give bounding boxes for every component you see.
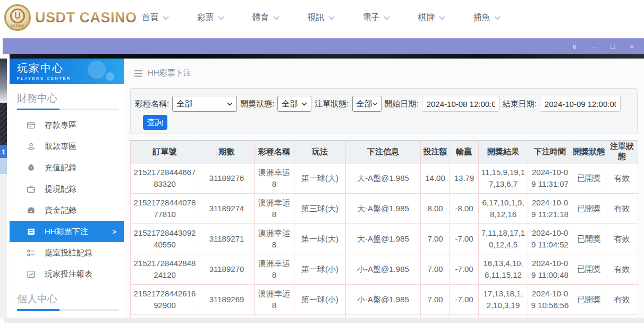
table-cell: 大-A盤@1.985 bbox=[346, 194, 421, 224]
sidebar-item-label: 充值記錄 bbox=[45, 163, 77, 173]
nav-item-label: 電子 bbox=[363, 12, 380, 23]
table-row: 215217284426169290031189269澳洲幸运8第一球(小)小-… bbox=[131, 285, 638, 315]
bank-card-icon bbox=[27, 121, 36, 130]
end-date-input[interactable] bbox=[540, 96, 621, 112]
minimize-button[interactable]: — bbox=[590, 43, 597, 50]
table-cell: 2152172844466783320 bbox=[131, 163, 199, 194]
column-header: 開獎狀態 bbox=[572, 140, 606, 163]
main-content: HH彩票下注 彩種名稱: 全部 開獎狀態: 全部 注單狀態: 全部 開始日期: … bbox=[124, 59, 644, 318]
sidebar-menu: 財務中心存款專區>取款專區>充值記錄>提現記錄>資金記錄>HH彩票下注>廳室投註… bbox=[10, 92, 124, 318]
section-underline bbox=[17, 309, 118, 311]
table-cell: 已開獎 bbox=[572, 163, 606, 194]
logo-u-badge: U bbox=[10, 9, 25, 23]
chevron-down-icon bbox=[328, 16, 335, 20]
table-cell: 2024-10-09 10:56:56 bbox=[528, 285, 572, 315]
wallet-icon bbox=[27, 185, 36, 194]
start-date-input[interactable] bbox=[422, 96, 499, 112]
table-row: 215217284440787781031189274澳洲幸运8第三球(大)大-… bbox=[131, 194, 638, 224]
chevron-down-icon bbox=[384, 16, 390, 20]
nav-item-cards[interactable]: 棋牌 bbox=[404, 12, 459, 23]
column-header: 注單狀態 bbox=[606, 140, 638, 163]
hamburger-icon[interactable] bbox=[134, 70, 142, 77]
nav-item-video[interactable]: 視訊 bbox=[293, 12, 349, 23]
site-logo[interactable]: U CASINO USDT CASINO bbox=[4, 4, 137, 31]
nav-item-lottery[interactable]: 彩票 bbox=[183, 12, 238, 23]
nav-item-slots[interactable]: 電子 bbox=[349, 12, 404, 23]
sidebar-item-recharge-records[interactable]: 充值記錄> bbox=[10, 157, 124, 178]
table-cell: -8.00 bbox=[450, 194, 479, 224]
report-icon bbox=[27, 270, 36, 279]
column-header: 訂單號 bbox=[131, 140, 199, 163]
nav-item-sports[interactable]: 體育 bbox=[238, 12, 293, 23]
table-cell: 澳洲幸运8 bbox=[255, 285, 294, 315]
table-cell: 第一球(大) bbox=[294, 224, 346, 254]
nav-item-fishing[interactable]: 捕魚 bbox=[459, 12, 514, 23]
sidebar-item-hh-lottery-bets[interactable]: HH彩票下注> bbox=[10, 221, 124, 242]
table-cell: 澳洲幸运8 bbox=[255, 254, 294, 285]
close-button[interactable]: × bbox=[628, 43, 635, 50]
table-cell: 2152172844261692900 bbox=[131, 285, 199, 315]
nav-item-label: 首頁 bbox=[142, 12, 159, 23]
table-cell: 大-A盤@1.985 bbox=[346, 163, 421, 194]
table-cell: 31189276 bbox=[199, 163, 255, 194]
bets-table: 訂單號期數彩種名稱玩法下注信息投注額輸贏開獎結果下注時間開獎狀態注單狀態2152… bbox=[130, 140, 638, 318]
chevron-down-icon bbox=[301, 102, 307, 106]
section-underline bbox=[17, 109, 118, 110]
search-button[interactable]: 查詢 bbox=[143, 115, 167, 130]
table-cell: 16,13,4,10,8,11,15,12 bbox=[479, 254, 528, 285]
table-cell: 第一球(小) bbox=[294, 254, 346, 285]
table-cell: 已開獎 bbox=[572, 285, 606, 315]
table-cell: 有效 bbox=[606, 224, 638, 254]
sidebar-section: 財務中心存款專區>取款專區>充值記錄>提現記錄>資金記錄>HH彩票下注>廳室投註… bbox=[10, 92, 124, 285]
table-cell: 2152172844407877810 bbox=[131, 194, 199, 224]
table-cell: 第三球(大) bbox=[294, 194, 346, 224]
table-cell: 有效 bbox=[606, 194, 638, 224]
table-cell: 第一球(大) bbox=[294, 163, 346, 194]
table-cell: 小-A盤@1.985 bbox=[346, 254, 421, 285]
nav-item-label: 捕魚 bbox=[473, 12, 490, 23]
table-cell: 7.00 bbox=[421, 285, 450, 315]
collapse-button[interactable]: ∨ bbox=[571, 43, 578, 50]
breadcrumb: HH彩票下注 bbox=[134, 68, 191, 78]
logo-badge-caption: CASINO bbox=[11, 24, 24, 27]
table-cell: 有效 bbox=[606, 254, 638, 285]
column-header: 彩種名稱 bbox=[255, 140, 294, 163]
column-header: 輸贏 bbox=[450, 140, 479, 163]
order-status-select[interactable]: 全部 bbox=[352, 96, 382, 112]
table-cell: 澳洲幸运8 bbox=[255, 224, 294, 254]
table-cell: 11,15,9,19,17,13,6,7 bbox=[479, 163, 528, 194]
sidebar-section-label: 個人中心 bbox=[17, 292, 116, 306]
sidebar-item-label: 玩家投注報表 bbox=[45, 269, 92, 279]
sidebar-item-deposit[interactable]: 存款專區> bbox=[10, 114, 124, 136]
table-cell: 有效 bbox=[606, 163, 638, 194]
lottery-name-select[interactable]: 全部 bbox=[172, 96, 237, 112]
sidebar-item-funds-records[interactable]: 資金記錄> bbox=[10, 200, 124, 221]
table-row: 215217284446678332031189276澳洲幸运8第一球(大)大-… bbox=[131, 163, 638, 194]
draw-status-select[interactable]: 全部 bbox=[277, 96, 311, 112]
table-cell: 第一球(小) bbox=[294, 285, 346, 315]
sidebar-item-label: 取款專區 bbox=[45, 142, 77, 152]
sidebar-item-withdrawal-records[interactable]: 提現記錄> bbox=[10, 178, 124, 200]
sidebar-item-hall-bet-records[interactable]: 廳室投註記錄> bbox=[10, 242, 124, 263]
edge-badge: 1 bbox=[0, 145, 7, 158]
table-cell: 2024-10-09 11:00:48 bbox=[528, 254, 572, 285]
nav-item-label: 體育 bbox=[252, 12, 269, 23]
nav-item-home[interactable]: 首頁 bbox=[128, 12, 183, 23]
chevron-down-icon bbox=[439, 16, 445, 20]
checklist-icon bbox=[27, 249, 36, 258]
chevron-down-icon bbox=[372, 102, 377, 106]
chevron-right-icon: > bbox=[112, 228, 116, 236]
hand-coin-icon bbox=[27, 142, 36, 151]
sidebar-item-player-bet-report[interactable]: 玩家投注報表> bbox=[10, 263, 124, 285]
draw-status-label: 開獎狀態: bbox=[240, 99, 274, 109]
sidebar-item-label: HH彩票下注 bbox=[45, 227, 88, 237]
table-cell: 7.00 bbox=[421, 254, 450, 285]
column-header: 投注額 bbox=[421, 140, 450, 163]
table-cell: 2024-10-09 11:04:52 bbox=[528, 224, 572, 254]
maximize-button[interactable]: □ bbox=[609, 43, 616, 50]
table-header-row: 訂單號期數彩種名稱玩法下注信息投注額輸贏開獎結果下注時間開獎狀態注單狀態 bbox=[131, 140, 638, 163]
column-header: 玩法 bbox=[294, 140, 346, 163]
edge-deco-icon bbox=[0, 158, 7, 174]
edge-deco-bottom bbox=[0, 174, 7, 319]
sidebar-item-withdraw[interactable]: 取款專區> bbox=[10, 136, 124, 157]
